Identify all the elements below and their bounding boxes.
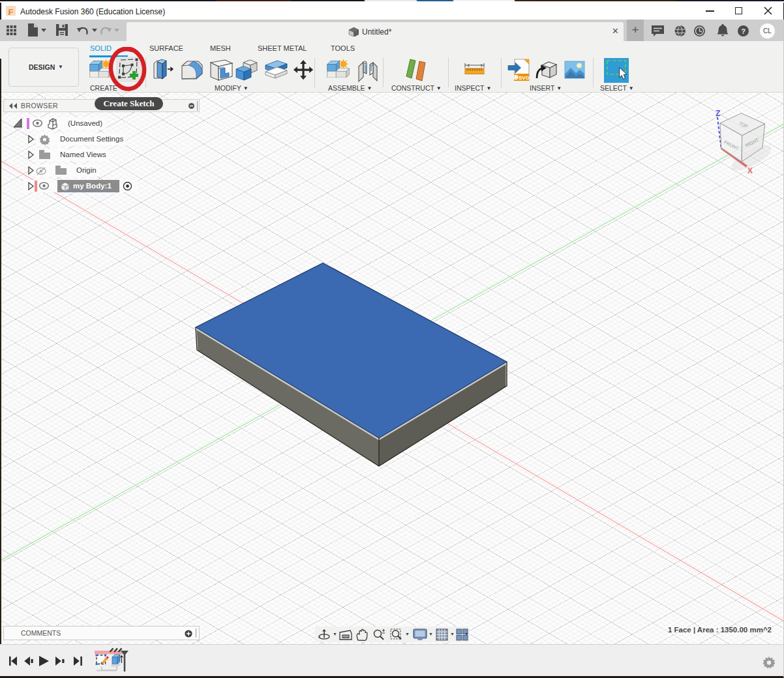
svg-text:?: ? (741, 27, 746, 35)
svg-text:SVG: SVG (519, 75, 530, 81)
svg-text:Z: Z (716, 109, 720, 118)
